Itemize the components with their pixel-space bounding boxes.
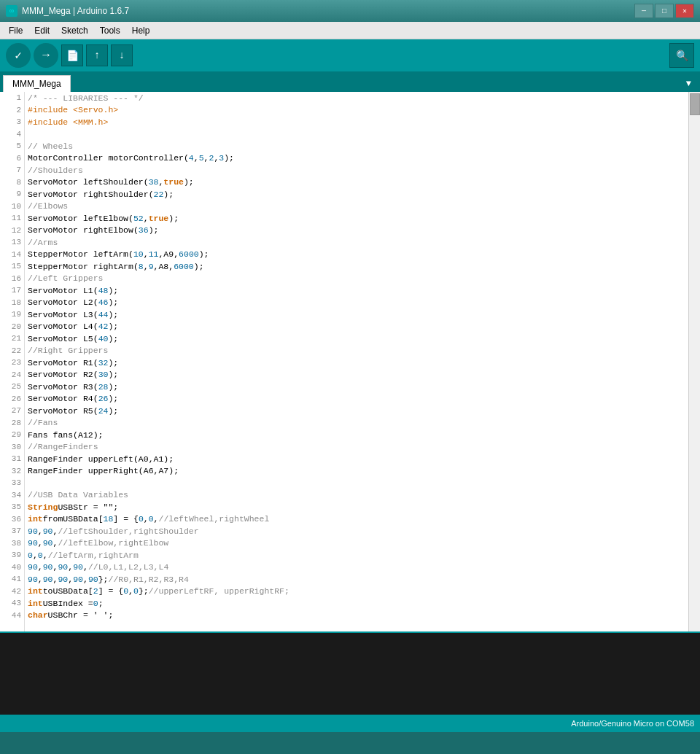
verify-button[interactable]: ✓ [6,43,31,68]
code-line[interactable]: StepperMotor rightArm(8,9,A8,6000); [28,260,685,273]
code-line[interactable]: ServoMotor leftElbow(52,true); [28,212,685,225]
line-number: 15 [0,260,24,273]
code-line[interactable]: RangeFinder upperLeft(A0,A1); [28,453,685,465]
code-line[interactable]: #include <MMM.h> [28,116,685,128]
line-number: 3 [0,116,24,128]
line-number: 40 [0,561,24,574]
line-number: 5 [0,140,24,152]
code-line[interactable]: String USBStr = ""; [28,501,685,513]
menu-tools[interactable]: Tools [94,24,126,37]
line-number: 8 [0,176,24,189]
minimize-button[interactable]: ─ [634,4,653,18]
line-number: 17 [0,284,24,297]
upload-button[interactable]: → [34,43,58,68]
bottom-area [0,732,700,754]
code-line[interactable]: 90,90, //leftElbow,rightElbow [28,537,685,550]
tab-bar: MMM_Mega ▼ [0,71,700,92]
editor-container: 1234567891011121314151617181920212223242… [0,92,700,631]
code-line[interactable]: 90,90,90,90,90 }; //R0,R1,R2,R3,R4 [28,573,685,586]
line-number: 38 [0,537,24,550]
save-button[interactable]: ↓ [111,44,133,66]
code-line[interactable]: Fans fans(A12); [28,429,685,441]
code-line[interactable]: 90,90, //leftShoulder,rightShoulder [28,525,685,537]
code-line[interactable]: // Wheels [28,140,685,152]
scroll-thumb[interactable] [690,93,700,115]
console-area [0,631,700,715]
code-line[interactable]: ServoMotor L3(44); [28,308,685,321]
code-line[interactable]: 0,0, //leftArm,rightArm [28,549,685,561]
code-line[interactable]: ServoMotor L5(40); [28,333,685,345]
line-number: 23 [0,357,24,369]
code-line[interactable]: ServoMotor L1(48); [28,284,685,297]
line-number: 10 [0,201,24,213]
open-button[interactable]: ↑ [86,44,108,66]
line-number: 9 [0,188,24,201]
code-line[interactable]: //Left Grippers [28,273,685,285]
code-line[interactable]: /* --- LIBRARIES --- */ [28,92,685,104]
code-line[interactable]: ServoMotor R3(28); [28,381,685,393]
search-button[interactable]: 🔍 [669,43,694,68]
code-line[interactable]: RangeFinder upperRight(A6,A7); [28,465,685,478]
code-line[interactable]: ServoMotor rightShoulder(22); [28,188,685,201]
title-bar: ∞ MMM_Mega | Arduino 1.6.7 ─ □ ✕ [0,0,700,22]
code-line[interactable]: int toUSBData[2] = { 0,0 }; //upperLeftR… [28,586,685,598]
code-line[interactable]: //Elbows [28,201,685,213]
code-line[interactable]: //Right Grippers [28,345,685,357]
code-line[interactable]: #include <Servo.h> [28,104,685,117]
code-line[interactable]: ServoMotor L4(42); [28,321,685,333]
code-line[interactable]: //Fans [28,417,685,430]
line-number: 19 [0,308,24,321]
line-number: 1 [0,92,24,104]
code-line[interactable]: //Arms [28,236,685,249]
line-number: 25 [0,381,24,393]
code-line[interactable]: ServoMotor R4(26); [28,393,685,405]
code-line[interactable]: ServoMotor rightElbow(36); [28,225,685,237]
code-line[interactable]: MotorController motorController(4,5,2,3)… [28,152,685,165]
code-line[interactable] [28,128,685,141]
code-line[interactable]: int fromUSBData[18] = { 0,0, //leftWheel… [28,513,685,526]
status-bar: Arduino/Genuino Micro on COM58 [0,715,700,732]
line-number: 16 [0,273,24,285]
menu-edit[interactable]: Edit [28,24,55,37]
app-icon: ∞ [6,5,18,17]
toolbar: ✓ → 📄 ↑ ↓ 🔍 [0,39,700,71]
title-bar-text: MMM_Mega | Arduino 1.6.7 [22,6,630,16]
line-number: 20 [0,321,24,333]
code-line[interactable]: ServoMotor R5(24); [28,405,685,417]
line-number: 32 [0,465,24,478]
scrollbar[interactable] [688,92,700,631]
menu-file[interactable]: File [3,24,28,37]
code-line[interactable] [28,477,685,489]
code-line[interactable]: char USBChr = ' '; [28,610,685,622]
line-number: 44 [0,610,24,622]
new-button[interactable]: 📄 [61,44,83,66]
line-number: 31 [0,453,24,465]
code-line[interactable]: ServoMotor leftShoulder(38,true); [28,176,685,189]
code-line[interactable]: //Shoulders [28,164,685,176]
menu-bar: File Edit Sketch Tools Help [0,22,700,39]
code-line[interactable]: ServoMotor R1(32); [28,357,685,369]
code-area[interactable]: /* --- LIBRARIES --- */#include <Servo.h… [25,92,688,631]
code-line[interactable]: int USBIndex = 0; [28,597,685,610]
line-number: 18 [0,297,24,309]
maximize-button[interactable]: □ [655,4,674,18]
close-button[interactable]: ✕ [675,4,694,18]
tab-dropdown-button[interactable]: ▼ [680,76,697,92]
tab-mmm-mega[interactable]: MMM_Mega [3,75,71,92]
line-number: 30 [0,441,24,454]
line-number: 6 [0,152,24,165]
line-number: 26 [0,393,24,405]
code-line[interactable]: //USB Data Variables [28,489,685,502]
line-numbers: 1234567891011121314151617181920212223242… [0,92,25,631]
menu-help[interactable]: Help [126,24,156,37]
status-text: Arduino/Genuino Micro on COM58 [571,719,694,728]
code-line[interactable]: 90,90,90,90, //L0,L1,L2,L3,L4 [28,561,685,574]
code-line[interactable]: ServoMotor L2(46); [28,297,685,309]
code-line[interactable]: StepperMotor leftArm(10,11,A9,6000); [28,249,685,261]
menu-sketch[interactable]: Sketch [55,24,94,37]
code-line[interactable]: //RangeFinders [28,441,685,454]
code-line[interactable]: ServoMotor R2(30); [28,369,685,381]
line-number: 35 [0,501,24,513]
line-number: 11 [0,212,24,225]
line-number: 36 [0,513,24,526]
